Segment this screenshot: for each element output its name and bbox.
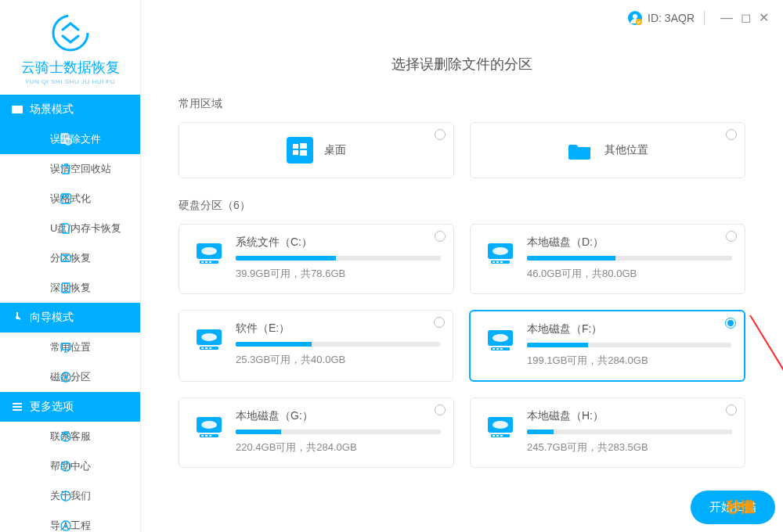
card-disk-2[interactable]: 软件（E:） 25.3GB可用，共40.0GB (179, 310, 453, 382)
logo-title: 云骑士数据恢复 (0, 58, 140, 77)
section-common-label: 常用区域 (179, 97, 745, 111)
svg-rect-49 (493, 348, 495, 350)
disk-title: 软件（E:） (236, 322, 440, 336)
svg-rect-10 (61, 343, 70, 350)
nav-item-usb-sd[interactable]: U盘/内存卡恢复 (0, 214, 140, 243)
svg-rect-62 (496, 435, 499, 437)
nav-item-deleted-files[interactable]: 误删除文件 (0, 124, 140, 154)
card-desktop[interactable]: 桌面 (179, 122, 454, 178)
svg-point-59 (493, 421, 508, 429)
nav-item-formatted[interactable]: 误格式化 (0, 184, 140, 214)
radio-indicator (726, 129, 737, 140)
card-disk-0[interactable]: 系统文件（C:） 39.9GB可用，共78.6GB (179, 224, 454, 294)
svg-rect-56 (205, 435, 207, 437)
user-avatar-icon (627, 10, 643, 26)
disk-title: 本地磁盘（H:） (527, 409, 732, 423)
svg-point-9 (16, 316, 19, 319)
nav-header-label: 更多选项 (30, 400, 74, 414)
disk-info: 46.0GB可用，共80.0GB (527, 267, 732, 281)
card-disk-1[interactable]: 本地磁盘（D:） 46.0GB可用，共80.0GB (470, 224, 745, 294)
headset-icon (30, 430, 42, 443)
radio-indicator (725, 318, 736, 329)
radio-indicator (435, 231, 446, 242)
disk-usage-bar (236, 256, 441, 261)
hdd-icon (193, 411, 225, 442)
svg-rect-57 (209, 435, 211, 437)
card-disk-3[interactable]: 本地磁盘（F:） 199.1GB可用，共284.0GB (469, 310, 745, 382)
nav-item-disk-partition[interactable]: 磁盘分区 (0, 362, 140, 392)
disk-usage-bar (527, 430, 732, 434)
nav-item-common-location[interactable]: 常用位置 (0, 332, 140, 362)
svg-rect-5 (63, 194, 68, 197)
disk-title: 本地磁盘（F:） (527, 322, 731, 336)
disk-icon (30, 371, 42, 383)
nav-header-scene-mode[interactable]: 场景模式 (0, 95, 140, 124)
disk-usage-bar (527, 343, 731, 347)
svg-point-29 (201, 247, 217, 255)
svg-rect-51 (500, 348, 503, 350)
hdd-icon (485, 237, 516, 268)
card-label: 桌面 (324, 143, 346, 157)
nav-header-label: 向导模式 (30, 311, 74, 325)
nav-item-deep-recovery[interactable]: 深度恢复 (0, 273, 140, 303)
svg-rect-24 (293, 144, 298, 149)
svg-rect-44 (205, 347, 207, 349)
svg-rect-38 (496, 261, 499, 263)
svg-rect-1 (12, 106, 23, 113)
svg-rect-37 (493, 261, 495, 263)
page-title: 选择误删除文件的分区 (179, 55, 745, 74)
user-id-text: ID: 3AQR (648, 12, 695, 24)
sdcard-icon (30, 222, 42, 235)
partition-icon (30, 252, 42, 264)
nav-header-guide-mode[interactable]: 向导模式 (0, 303, 140, 332)
help-icon: ? (30, 460, 42, 473)
close-button[interactable]: ✕ (759, 12, 769, 24)
disk-info: 39.9GB可用，共78.6GB (236, 267, 441, 281)
svg-rect-55 (201, 435, 204, 437)
nav-item-recycle-bin[interactable]: 误清空回收站 (0, 154, 140, 184)
card-other-location[interactable]: 其他位置 (470, 122, 745, 178)
file-refresh-icon (30, 133, 42, 146)
card-disk-5[interactable]: 本地磁盘（H:） 245.7GB可用，共283.5GB (470, 397, 745, 468)
watermark-text: 秒懂 (727, 498, 755, 516)
svg-text:!: ! (65, 492, 67, 500)
nav-item-label: 误删除文件 (50, 132, 101, 146)
info-icon: ! (30, 490, 42, 502)
disk-usage-bar (236, 430, 441, 434)
svg-point-67 (636, 19, 642, 25)
nav-item-help[interactable]: ? 帮助中心 (0, 451, 140, 481)
card-disk-4[interactable]: 本地磁盘（G:） 220.4GB可用，共284.0GB (179, 397, 454, 468)
svg-point-41 (201, 333, 217, 341)
svg-point-53 (201, 421, 217, 429)
nav-item-contact[interactable]: 联系客服 (0, 422, 140, 451)
monitor-icon (30, 341, 42, 354)
svg-rect-39 (500, 261, 503, 263)
disk-title: 系统文件（C:） (236, 235, 441, 250)
svg-rect-33 (209, 261, 211, 263)
nav-item-partition-recovery[interactable]: 分区恢复 (0, 243, 140, 273)
radio-indicator (435, 404, 446, 415)
user-id-badge[interactable]: ID: 3AQR (627, 10, 695, 26)
svg-rect-50 (496, 348, 499, 350)
maximize-button[interactable]: ◻ (741, 12, 751, 24)
svg-text:?: ? (63, 462, 67, 470)
svg-point-0 (53, 16, 88, 50)
deep-icon (30, 282, 42, 294)
disk-usage-bar (236, 342, 440, 347)
svg-point-35 (493, 247, 508, 255)
minimize-button[interactable]: — (720, 12, 733, 24)
nav-item-import[interactable]: 导入工程 (0, 511, 140, 532)
windows-icon (287, 137, 313, 164)
disk-info: 245.7GB可用，共283.5GB (527, 440, 732, 455)
disk-info: 220.4GB可用，共284.0GB (236, 440, 441, 455)
svg-rect-31 (201, 261, 204, 263)
disk-info: 25.3GB可用，共40.0GB (236, 353, 440, 367)
radio-indicator (434, 317, 445, 328)
disk-title: 本地磁盘（G:） (236, 409, 441, 423)
header-divider (704, 11, 705, 25)
nav-header-more[interactable]: 更多选项 (0, 392, 140, 422)
nav-header-label: 场景模式 (30, 102, 74, 117)
section-disk-label: 硬盘分区（6） (179, 199, 745, 213)
svg-rect-43 (201, 347, 204, 349)
nav-item-about[interactable]: ! 关于我们 (0, 481, 140, 511)
